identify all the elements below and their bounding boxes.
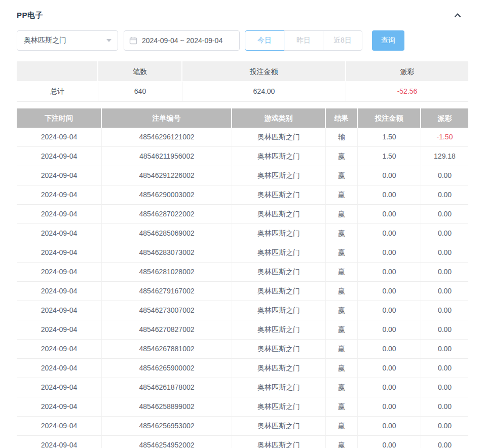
- cell-payout: 0.00: [421, 224, 468, 243]
- cell-order-no: 48546265900002: [102, 359, 232, 378]
- cell-bet: 1.50: [358, 128, 421, 147]
- cell-bet: 0.00: [358, 185, 421, 205]
- cell-result: 赢: [326, 340, 358, 359]
- table-row: 2024-09-0448546265900002奥林匹斯之门赢0.000.00: [17, 359, 468, 378]
- cell-time: 2024-09-04: [17, 224, 102, 243]
- cell-game: 奥林匹斯之门: [232, 397, 326, 417]
- cell-bet: 0.00: [358, 397, 421, 417]
- cell-bet: 0.00: [358, 205, 421, 224]
- bets-column-header: 注单编号: [102, 108, 232, 128]
- table-row: 2024-09-0448546254952002奥林匹斯之门赢0.000.00: [17, 436, 468, 448]
- cell-order-no: 48546279167002: [102, 282, 232, 301]
- game-select[interactable]: 奥林匹斯之门: [17, 30, 118, 51]
- cell-game: 奥林匹斯之门: [232, 166, 326, 185]
- cell-game: 奥林匹斯之门: [232, 301, 326, 320]
- cell-result: 赢: [326, 301, 358, 320]
- cell-game: 奥林匹斯之门: [232, 147, 326, 166]
- cell-order-no: 48546261878002: [102, 378, 232, 397]
- table-row: 2024-09-0448546285069002奥林匹斯之门赢0.000.00: [17, 224, 468, 243]
- collapse-button[interactable]: [452, 10, 463, 21]
- summary-table-header: 笔数投注金额派彩: [17, 61, 468, 82]
- cell-result: 赢: [326, 243, 358, 263]
- cell-bet: 0.00: [358, 320, 421, 340]
- cell-bet: 0.00: [358, 282, 421, 301]
- cell-game: 奥林匹斯之门: [232, 436, 326, 448]
- search-button[interactable]: 查询: [372, 30, 404, 51]
- quick-range-group: 今日 昨日 近8日: [245, 30, 362, 51]
- cell-payout: 0.00: [421, 282, 468, 301]
- summary-column-header: 笔数: [98, 61, 182, 82]
- cell-order-no: 48546287022002: [102, 205, 232, 224]
- cell-order-no: 48546281028002: [102, 263, 232, 282]
- summary-total-bet-amount: 624.00: [182, 82, 346, 102]
- cell-game: 奥林匹斯之门: [232, 185, 326, 205]
- cell-time: 2024-09-04: [17, 128, 102, 147]
- table-row: 2024-09-0448546273007002奥林匹斯之门赢0.000.00: [17, 301, 468, 320]
- cell-payout: 0.00: [421, 397, 468, 417]
- filter-bar: 奥林匹斯之门 2024-09-04 ~ 2024-09-04 今日 昨日 近8日…: [17, 30, 468, 51]
- caret-down-icon: [106, 39, 111, 42]
- bets-column-header: 结果: [326, 108, 358, 128]
- cell-time: 2024-09-04: [17, 205, 102, 224]
- cell-order-no: 48546290003002: [102, 185, 232, 205]
- table-row: 2024-09-0448546256953002奥林匹斯之门赢0.000.00: [17, 417, 468, 436]
- date-range-input[interactable]: 2024-09-04 ~ 2024-09-04: [124, 30, 240, 51]
- cell-time: 2024-09-04: [17, 185, 102, 205]
- cell-bet: 0.00: [358, 263, 421, 282]
- cell-payout: 0.00: [421, 263, 468, 282]
- table-row: 2024-09-0448546296121002奥林匹斯之门输1.50-1.50: [17, 128, 468, 147]
- summary-total-label: 总计: [17, 82, 98, 102]
- cell-order-no: 48546273007002: [102, 301, 232, 320]
- cell-time: 2024-09-04: [17, 340, 102, 359]
- cell-result: 输: [326, 128, 358, 147]
- range-button-today[interactable]: 今日: [245, 30, 284, 51]
- cell-time: 2024-09-04: [17, 359, 102, 378]
- cell-payout: 0.00: [421, 436, 468, 448]
- cell-result: 赢: [326, 147, 358, 166]
- cell-bet: 0.00: [358, 243, 421, 263]
- bets-table-body: 2024-09-0448546296121002奥林匹斯之门输1.50-1.50…: [17, 128, 468, 448]
- cell-payout: 0.00: [421, 166, 468, 185]
- summary-column-header: 投注金额: [182, 61, 346, 82]
- cell-order-no: 48546254952002: [102, 436, 232, 448]
- range-button-yesterday[interactable]: 昨日: [284, 30, 323, 51]
- cell-result: 赢: [326, 397, 358, 417]
- range-button-last8days[interactable]: 近8日: [323, 30, 362, 51]
- cell-result: 赢: [326, 378, 358, 397]
- cell-order-no: 48546211956002: [102, 147, 232, 166]
- cell-payout: 0.00: [421, 417, 468, 436]
- cell-result: 赢: [326, 436, 358, 448]
- cell-order-no: 48546256953002: [102, 417, 232, 436]
- table-row: 2024-09-0448546267881002奥林匹斯之门赢0.000.00: [17, 340, 468, 359]
- table-row: 2024-09-0448546211956002奥林匹斯之门赢1.50129.1…: [17, 147, 468, 166]
- cell-payout: 129.18: [421, 147, 468, 166]
- table-row: 2024-09-0448546261878002奥林匹斯之门赢0.000.00: [17, 378, 468, 397]
- cell-bet: 0.00: [358, 436, 421, 448]
- game-select-value: 奥林匹斯之门: [24, 36, 66, 45]
- cell-bet: 0.00: [358, 417, 421, 436]
- cell-result: 赢: [326, 185, 358, 205]
- cell-payout: 0.00: [421, 243, 468, 263]
- cell-result: 赢: [326, 320, 358, 340]
- cell-game: 奥林匹斯之门: [232, 224, 326, 243]
- cell-game: 奥林匹斯之门: [232, 320, 326, 340]
- cell-result: 赢: [326, 282, 358, 301]
- cell-time: 2024-09-04: [17, 397, 102, 417]
- cell-result: 赢: [326, 359, 358, 378]
- table-row: 2024-09-0448546283073002奥林匹斯之门赢0.000.00: [17, 243, 468, 263]
- cell-time: 2024-09-04: [17, 320, 102, 340]
- cell-bet: 0.00: [358, 359, 421, 378]
- table-row: 2024-09-0448546290003002奥林匹斯之门赢0.000.00: [17, 185, 468, 205]
- cell-time: 2024-09-04: [17, 436, 102, 448]
- summary-table: 笔数投注金额派彩 总计 640 624.00 -52.56: [17, 61, 468, 102]
- panel-header: PP电子: [17, 10, 468, 20]
- cell-payout: 0.00: [421, 359, 468, 378]
- summary-total-row: 总计 640 624.00 -52.56: [17, 82, 468, 102]
- pp-games-panel: PP电子 奥林匹斯之门 2024-09-04 ~ 2024-09-04 今日 昨…: [0, 0, 485, 448]
- cell-game: 奥林匹斯之门: [232, 205, 326, 224]
- cell-time: 2024-09-04: [17, 301, 102, 320]
- cell-payout: 0.00: [421, 205, 468, 224]
- cell-game: 奥林匹斯之门: [232, 263, 326, 282]
- cell-bet: 1.50: [358, 147, 421, 166]
- cell-bet: 0.00: [358, 224, 421, 243]
